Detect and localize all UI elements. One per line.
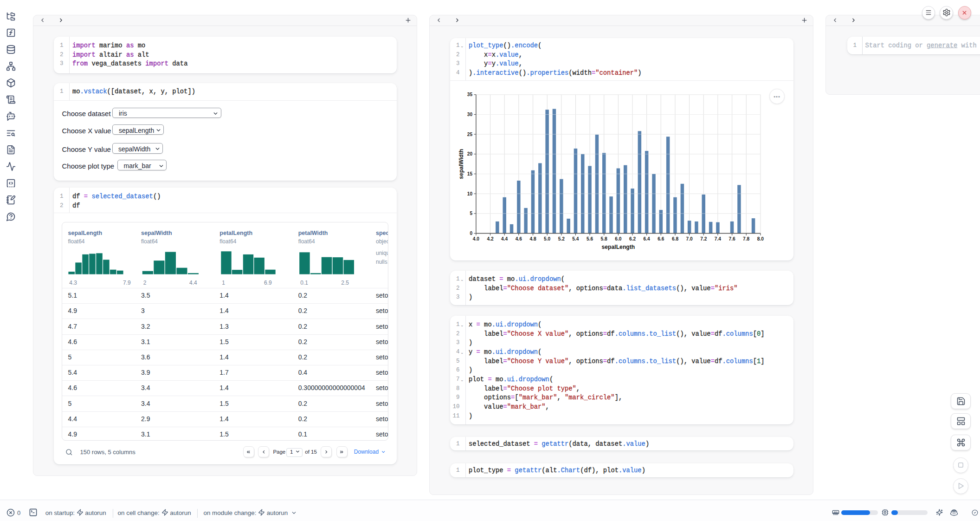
svg-text:4.4: 4.4 xyxy=(501,236,508,241)
svg-text:sepalWidth: sepalWidth xyxy=(458,149,464,179)
svg-text:6.0: 6.0 xyxy=(615,236,621,241)
svg-text:15: 15 xyxy=(467,171,473,176)
svg-text:7.0: 7.0 xyxy=(686,236,693,241)
svg-text:5.2: 5.2 xyxy=(558,236,565,241)
svg-text:5: 5 xyxy=(470,211,473,216)
svg-text:5.0: 5.0 xyxy=(544,236,550,241)
svg-text:4.6: 4.6 xyxy=(516,236,522,241)
svg-text:7.2: 7.2 xyxy=(700,236,707,241)
svg-text:7.6: 7.6 xyxy=(729,236,735,241)
svg-text:0: 0 xyxy=(470,231,473,236)
svg-text:6.6: 6.6 xyxy=(658,236,664,241)
svg-text:5.4: 5.4 xyxy=(572,236,579,241)
svg-text:4.0: 4.0 xyxy=(473,236,479,241)
svg-text:4.2: 4.2 xyxy=(487,236,493,241)
svg-text:7.8: 7.8 xyxy=(743,236,749,241)
svg-text:30: 30 xyxy=(467,112,473,117)
svg-text:8.0: 8.0 xyxy=(757,236,764,241)
svg-text:7.4: 7.4 xyxy=(715,236,721,241)
svg-text:sepalLength: sepalLength xyxy=(602,244,635,250)
svg-text:6.2: 6.2 xyxy=(629,236,636,241)
svg-text:5.6: 5.6 xyxy=(587,236,593,241)
svg-text:6.8: 6.8 xyxy=(672,236,678,241)
svg-text:5.8: 5.8 xyxy=(601,236,607,241)
svg-text:10: 10 xyxy=(467,191,473,196)
svg-text:35: 35 xyxy=(467,92,473,97)
svg-text:25: 25 xyxy=(467,132,473,137)
svg-text:20: 20 xyxy=(467,151,473,156)
svg-text:4.8: 4.8 xyxy=(529,236,536,241)
svg-text:6.4: 6.4 xyxy=(644,236,650,241)
